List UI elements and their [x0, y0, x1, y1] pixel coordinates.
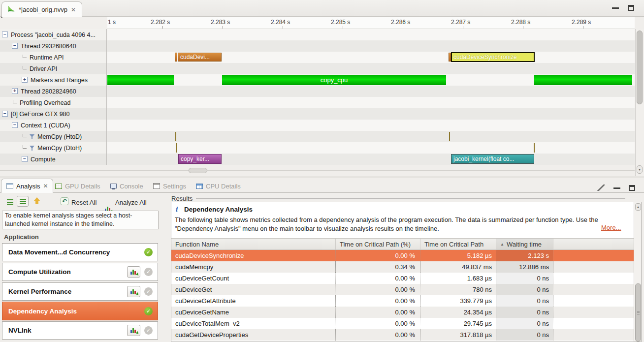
- scrollbar-thumb[interactable]: [635, 283, 641, 342]
- tree-row-memcpy-htod[interactable]: MemCpy (HtoD): [0, 131, 107, 142]
- tree-row-process[interactable]: Process "jacobi_cuda 4096 4...: [0, 29, 107, 40]
- minimize-icon[interactable]: [612, 7, 619, 9]
- tree-row-thread1[interactable]: Thread 2932680640: [0, 40, 107, 52]
- reset-all-button[interactable]: Reset All: [71, 199, 97, 206]
- tree-row-thread2[interactable]: Thread 2802824960: [0, 86, 107, 97]
- application-section-label: Application: [4, 233, 39, 241]
- table-row[interactable]: cudaMemcpy0.34 %49.837 ms12.886 ms: [171, 261, 634, 273]
- analysis-card-data-movement[interactable]: Data Movement...d Concurrency ✓: [2, 243, 158, 261]
- scrollbar-up-arrow[interactable]: ▲: [635, 203, 641, 211]
- memcpy-dtoh-bar[interactable]: [534, 143, 535, 153]
- nvvp-file-icon: [8, 5, 15, 14]
- summary-view-button[interactable]: [4, 196, 16, 207]
- table-row[interactable]: cudaGetDeviceProperties0.00 %317.818 µs0…: [171, 329, 634, 341]
- selected-api-bar[interactable]: cudaDeviceSynchronize: [451, 52, 535, 62]
- analysis-card-nvlink[interactable]: NVLink ✓: [2, 321, 158, 340]
- tree-collapse-icon[interactable]: [22, 156, 28, 162]
- tab-label: GPU Details: [65, 183, 100, 190]
- memcpy-htod-bar[interactable]: [175, 132, 176, 141]
- column-header-function-name[interactable]: Function Name: [171, 239, 335, 249]
- compute-kernel-bar[interactable]: copy_ker...: [178, 154, 222, 164]
- timeline-lane-profiling: [107, 97, 635, 108]
- tree-corner-icon: [23, 134, 27, 137]
- tab-gpu-details[interactable]: GPU Details: [55, 180, 100, 192]
- dependency-table: Function Name Time on Critical Path (%) …: [171, 238, 634, 341]
- analyze-all-button[interactable]: Analyze All: [115, 199, 147, 206]
- ruler-label: 2.285 s: [331, 19, 350, 26]
- tab-analysis[interactable]: Analysis ✕: [1, 179, 53, 193]
- up-arrow-button[interactable]: [33, 197, 40, 205]
- tab-cpu-details[interactable]: CPU Details: [196, 180, 241, 192]
- view-menu-icon[interactable]: [597, 185, 605, 191]
- tab-settings[interactable]: Settings: [153, 180, 186, 192]
- scrollbar-down-arrow[interactable]: ▼: [637, 165, 643, 174]
- tree-collapse-icon[interactable]: [12, 43, 18, 49]
- memcpy-dtoh-bar[interactable]: [176, 143, 177, 153]
- check-icon: ✓: [144, 307, 153, 315]
- table-row[interactable]: cuDeviceGet0.00 %780 ns0 ns: [171, 284, 634, 295]
- scrollbar-thumb[interactable]: [189, 168, 207, 173]
- list-view-icon: [20, 199, 26, 204]
- analysis-card-compute-utilization[interactable]: Compute Utilization ✓: [2, 263, 158, 281]
- document-tab[interactable]: *jacobi_orig.nvvp ✕: [1, 1, 82, 17]
- tree-expand-icon[interactable]: [22, 77, 28, 83]
- tree-row-driver-api[interactable]: Driver API: [0, 63, 107, 74]
- column-header-waiting-time[interactable]: ▲Waiting time: [496, 239, 553, 249]
- tree-row-runtime-api[interactable]: Runtime API: [0, 52, 107, 63]
- tree-row-compute[interactable]: Compute: [0, 154, 107, 165]
- ruler-label: 2.284 s: [271, 19, 290, 26]
- timeline-vertical-scrollbar[interactable]: ▼: [635, 29, 644, 176]
- marker-range-bar[interactable]: [107, 75, 174, 85]
- tab-close-icon[interactable]: ✕: [71, 6, 76, 13]
- results-vertical-scrollbar[interactable]: ▲: [634, 202, 642, 342]
- timeline-lane-compute: copy_ker... jacobi_kernel(float co...: [107, 154, 635, 165]
- runtime-api-bar[interactable]: [175, 53, 177, 62]
- compute-kernel-bar[interactable]: jacobi_kernel(float co...: [451, 154, 534, 164]
- detail-view-button[interactable]: [17, 196, 29, 207]
- tree-row-markers[interactable]: Markers and Ranges: [0, 74, 107, 86]
- marker-range-bar[interactable]: [534, 75, 632, 85]
- tab-console[interactable]: Console: [110, 180, 143, 192]
- analysis-card-dependency-analysis[interactable]: Dependency Analysis ✓: [2, 302, 158, 320]
- scrollbar-thumb[interactable]: [637, 31, 643, 104]
- tree-row-gpu[interactable]: [0] GeForce GTX 980: [0, 108, 107, 120]
- chart-button[interactable]: [127, 266, 140, 278]
- tree-collapse-icon[interactable]: [2, 111, 8, 117]
- runtime-api-bar[interactable]: cudaDevi...: [178, 53, 222, 62]
- tab-label: Analysis: [16, 183, 40, 190]
- tree-row-memcpy-dtoh[interactable]: MemCpy (DtoH): [0, 142, 107, 154]
- table-row[interactable]: cudaDeviceSynchronize0.00 %5.182 µs2.123…: [171, 250, 634, 261]
- tree-row-context[interactable]: Context 1 (CUDA): [0, 120, 107, 131]
- chart-button[interactable]: [127, 325, 140, 336]
- maximize-icon[interactable]: [628, 5, 634, 11]
- tree-collapse-icon[interactable]: [12, 122, 18, 128]
- column-header-empty[interactable]: [553, 239, 634, 249]
- maximize-icon[interactable]: [629, 185, 635, 191]
- table-row[interactable]: cuDeviceGetCount0.00 %1.683 µs0 ns: [171, 273, 634, 284]
- ruler-label: 2.282 s: [151, 19, 170, 26]
- timeline-lane-thread2: [107, 86, 635, 97]
- memcpy-htod-bar[interactable]: [449, 132, 450, 141]
- timeline-horizontal-scrollbar[interactable]: [0, 170, 635, 171]
- tree-row-profiling-overhead[interactable]: Profiling Overhead: [0, 97, 107, 108]
- tree-collapse-icon[interactable]: [2, 31, 8, 37]
- document-tab-title: *jacobi_orig.nvvp: [19, 6, 67, 13]
- more-link[interactable]: More...: [601, 224, 621, 231]
- marker-range-bar[interactable]: copy_cpu: [222, 75, 446, 85]
- timeline-lane-memcpy-dtoh: [107, 142, 635, 154]
- analysis-card-kernel-performance[interactable]: Kernel Performance ✓: [2, 282, 158, 301]
- reset-all-icon[interactable]: ↶: [61, 197, 68, 205]
- column-header-critical-path-pct[interactable]: Time on Critical Path (%): [335, 239, 420, 249]
- check-icon: ✓: [144, 326, 153, 335]
- tree-expand-icon[interactable]: [12, 88, 18, 94]
- tab-close-icon[interactable]: ✕: [43, 183, 48, 189]
- minimize-icon[interactable]: [613, 187, 620, 189]
- table-row[interactable]: cuDeviceGetAttribute0.00 %339.779 µs0 ns: [171, 295, 634, 307]
- filter-icon: [30, 134, 34, 137]
- chart-button[interactable]: [127, 286, 140, 297]
- chart-icon: [130, 288, 137, 295]
- settings-tab-icon: [153, 183, 160, 189]
- table-row[interactable]: cuDeviceGetName0.00 %24.354 µs0 ns: [171, 307, 634, 318]
- table-row[interactable]: cuDeviceTotalMem_v20.00 %29.745 µs0 ns: [171, 318, 634, 329]
- column-header-critical-path[interactable]: Time on Critical Path: [420, 239, 496, 249]
